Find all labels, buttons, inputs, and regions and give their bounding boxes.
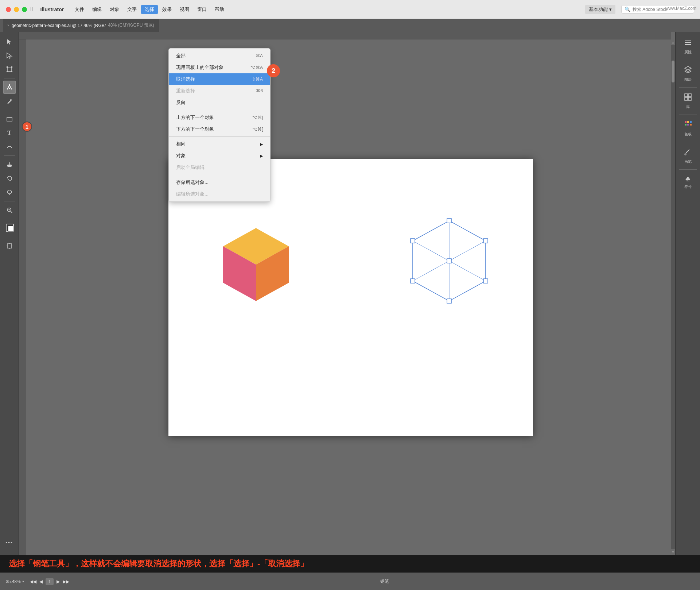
menu-window[interactable]: 窗口 xyxy=(194,5,210,14)
workspace-selector[interactable]: 基本功能 ▾ xyxy=(585,5,615,14)
page-nav[interactable]: ◀◀ ◀ 1 ▶ ▶▶ xyxy=(30,578,70,585)
page-next-icon[interactable]: ▶ xyxy=(57,579,60,584)
tool-divider-4 xyxy=(4,201,15,201)
tool-transform[interactable] xyxy=(3,63,16,76)
menu-file[interactable]: 文件 xyxy=(71,5,88,14)
tool-more[interactable]: ••• xyxy=(3,536,16,549)
tool-artboard[interactable] xyxy=(3,239,16,252)
menu-item-select-all-artboard[interactable]: 现用画板上的全部对象 ⌥⌘A xyxy=(169,62,270,73)
tool-rect[interactable] xyxy=(3,112,16,126)
svg-rect-46 xyxy=(685,121,687,123)
svg-point-10 xyxy=(7,190,12,194)
close-button[interactable] xyxy=(6,7,11,12)
page-last-icon[interactable]: ▶▶ xyxy=(63,579,69,584)
tool-divider-5 xyxy=(4,219,15,219)
panel-divider-2 xyxy=(679,87,697,88)
panel-library[interactable]: 库 xyxy=(677,90,699,112)
menu-help[interactable]: 帮助 xyxy=(211,5,228,14)
scroll-down-btn[interactable]: ▼ xyxy=(671,549,675,555)
menu-item-label: 下方的下一个对象 xyxy=(176,126,214,132)
menu-object[interactable]: 对象 xyxy=(106,5,123,14)
zoom-control[interactable]: 35.48% ▾ xyxy=(6,579,24,584)
tab-close-icon[interactable]: × xyxy=(7,23,9,27)
menu-item-next-below[interactable]: 下方的下一个对象 ⌥⌘[ xyxy=(169,123,270,135)
hex-illustration xyxy=(402,213,497,323)
menu-item-label: 相同 xyxy=(176,141,186,147)
menu-item-label: 存储所选对象... xyxy=(176,179,209,186)
tool-selection[interactable] xyxy=(3,35,16,48)
menu-item-shortcut: ⌘6 xyxy=(256,88,263,93)
current-tool: 钢笔 xyxy=(75,578,694,585)
zoom-dropdown-icon[interactable]: ▾ xyxy=(22,579,24,583)
tool-direct-selection[interactable] xyxy=(3,49,16,62)
menu-effect[interactable]: 效果 xyxy=(159,5,175,14)
svg-rect-48 xyxy=(690,121,692,123)
svg-rect-9 xyxy=(9,162,10,165)
panel-symbols[interactable]: ♣ 符号 xyxy=(677,172,699,192)
left-toolbar: T xyxy=(0,32,19,555)
page-number[interactable]: 1 xyxy=(46,578,54,585)
tool-eraser[interactable] xyxy=(3,158,16,171)
page-first-icon[interactable]: ◀◀ xyxy=(30,579,36,584)
menu-item-shortcut: ⌥⌘] xyxy=(252,115,263,120)
svg-rect-7 xyxy=(7,117,12,121)
menu-item-save-selection[interactable]: 存储所选对象... xyxy=(169,177,270,188)
panel-layers[interactable]: 图层 xyxy=(677,62,699,85)
more-tools-btn[interactable]: ••• xyxy=(3,536,16,549)
page-prev-icon[interactable]: ◀ xyxy=(39,579,43,584)
right-panel: 属性 图层 库 xyxy=(675,32,700,555)
menu-separator-2 xyxy=(169,136,270,137)
scroll-up-btn[interactable]: ▲ xyxy=(671,39,675,45)
tool-lasso[interactable] xyxy=(3,186,16,199)
menu-text[interactable]: 文字 xyxy=(124,5,140,14)
svg-point-6 xyxy=(9,88,10,89)
scrollbar-thumb[interactable] xyxy=(672,61,674,82)
tool-pencil[interactable] xyxy=(3,95,16,108)
menu-item-shortcut: ⌥⌘[ xyxy=(252,127,263,132)
menu-item-inverse[interactable]: 反向 xyxy=(169,97,270,108)
menu-item-object[interactable]: 对象 ▶ xyxy=(169,150,270,162)
svg-rect-50 xyxy=(687,124,689,126)
menu-item-deselect[interactable]: 取消选择 ⇧⌘A xyxy=(169,73,270,85)
menu-item-select-all[interactable]: 全部 ⌘A xyxy=(169,50,270,62)
svg-rect-47 xyxy=(687,121,689,123)
minimize-button[interactable] xyxy=(14,7,19,12)
document-tab[interactable]: × geometric-pattern-examples.ai @ 17.46%… xyxy=(3,19,159,32)
panel-properties[interactable]: 属性 xyxy=(677,35,699,58)
tool-zoom[interactable] xyxy=(3,204,16,217)
tool-type[interactable]: T xyxy=(3,126,16,139)
menu-item-global-edit: 启动全局编辑 xyxy=(169,162,270,173)
properties-icon xyxy=(684,38,692,49)
menu-view[interactable]: 视图 xyxy=(176,5,193,14)
tool-pen[interactable] xyxy=(3,81,16,94)
menu-item-same[interactable]: 相同 ▶ xyxy=(169,138,270,150)
tool-curve[interactable] xyxy=(3,140,16,153)
tool-divider-3 xyxy=(4,155,15,156)
svg-rect-42 xyxy=(685,94,688,97)
svg-rect-40 xyxy=(685,44,691,45)
panel-swatches[interactable]: 色板 xyxy=(677,117,699,140)
tool-divider-2 xyxy=(4,110,15,110)
tool-color-fill[interactable] xyxy=(3,221,16,235)
maximize-button[interactable] xyxy=(22,7,27,12)
panel-symbols-label: 符号 xyxy=(684,184,692,189)
v-scrollbar[interactable] xyxy=(671,45,675,549)
menu-item-label: 对象 xyxy=(176,153,186,159)
menu-item-reselect[interactable]: 重新选择 ⌘6 xyxy=(169,85,270,97)
step-badge-1: 1 xyxy=(22,122,32,132)
status-bar: 35.48% ▾ ◀◀ ◀ 1 ▶ ▶▶ 钢笔 xyxy=(0,572,700,590)
svg-rect-35 xyxy=(411,279,415,283)
panel-divider-4 xyxy=(679,142,697,142)
tool-rotate[interactable] xyxy=(3,172,16,185)
instruction-bar: 选择「钢笔工具」，这样就不会编辑要取消选择的形状，选择「选择」-「取消选择」 xyxy=(0,555,700,572)
menu-select[interactable]: 选择 xyxy=(141,5,158,14)
menu-edit[interactable]: 编辑 xyxy=(89,5,105,14)
zoom-value[interactable]: 35.48% xyxy=(6,579,21,584)
svg-rect-44 xyxy=(685,97,688,100)
menu-item-next-above[interactable]: 上方的下一个对象 ⌥⌘] xyxy=(169,112,270,123)
svg-rect-39 xyxy=(685,42,691,43)
panel-brush[interactable]: 画笔 xyxy=(677,144,699,167)
symbols-icon: ♣ xyxy=(685,175,690,183)
submenu-arrow: ▶ xyxy=(260,154,263,158)
panel-divider-1 xyxy=(679,60,697,60)
